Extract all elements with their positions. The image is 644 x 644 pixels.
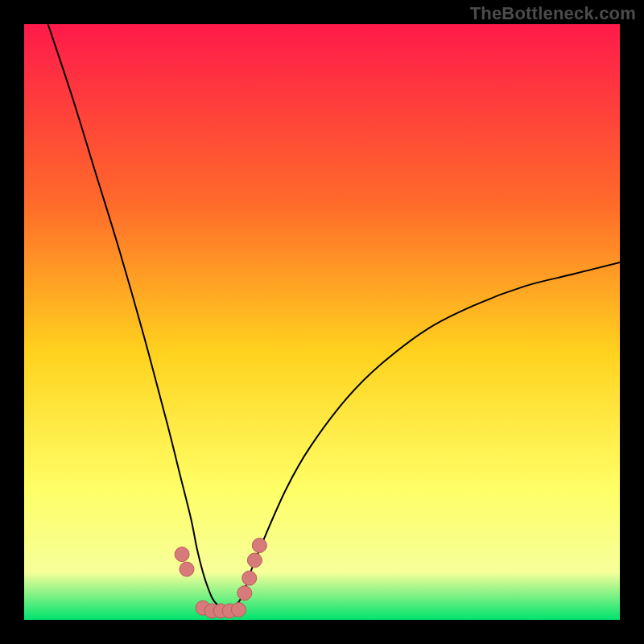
plot-svg (24, 24, 620, 620)
watermark-text: TheBottleneck.com (470, 3, 636, 24)
curve-marker (237, 586, 252, 601)
curve-marker (175, 547, 189, 562)
plot-area (24, 24, 620, 620)
gradient-background (24, 24, 620, 620)
chart-frame: TheBottleneck.com (0, 0, 644, 644)
curve-marker (247, 553, 262, 568)
curve-marker (180, 562, 194, 576)
curve-marker (242, 571, 257, 585)
curve-marker (252, 539, 266, 553)
curve-marker (231, 602, 246, 617)
